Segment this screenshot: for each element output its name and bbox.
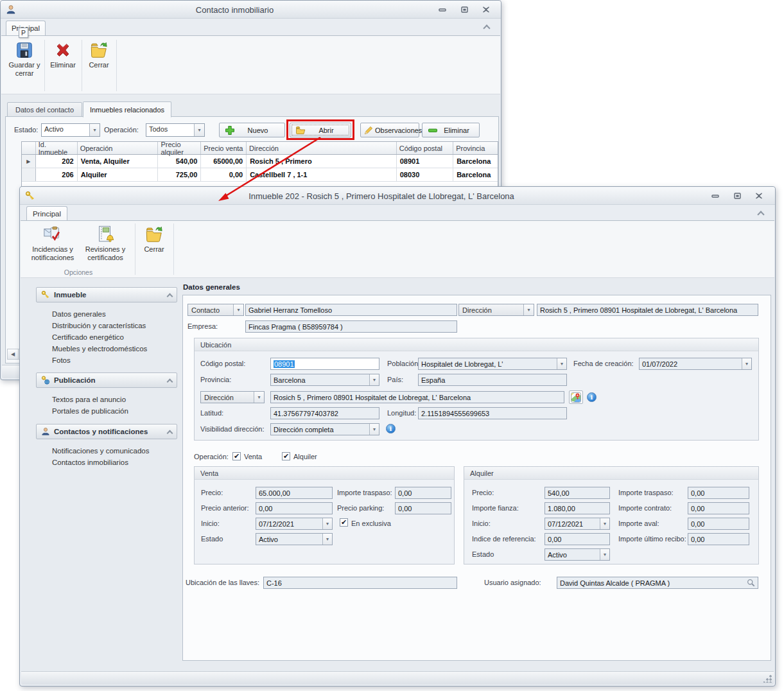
- minimize-icon[interactable]: [708, 191, 722, 200]
- sidebar-item-portales[interactable]: Portales de publicación: [52, 407, 128, 415]
- col-provincia[interactable]: Provincia: [453, 142, 498, 154]
- sidebar-item-contactos-inmobiliarios[interactable]: Contactos inmobiliarios: [52, 459, 128, 466]
- venta-estado-field[interactable]: Activo▾: [256, 533, 333, 545]
- cerrar-button[interactable]: Cerrar: [83, 39, 114, 92]
- venta-inicio-field[interactable]: 07/12/2021▾: [256, 518, 333, 530]
- window2-titlebar[interactable]: Inmueble 202 - Rosich 5 , Primero Hospit…: [20, 187, 775, 205]
- importe-contrato-field[interactable]: 0,00: [688, 502, 749, 514]
- close-icon[interactable]: [479, 5, 493, 14]
- ultimo-recibo-field[interactable]: 0,00: [688, 533, 749, 545]
- observaciones-button[interactable]: Observaciones: [360, 123, 419, 137]
- venta-checkbox[interactable]: ✔: [232, 452, 241, 460]
- sidebar-section-contactos[interactable]: Contactos y notificaciones: [36, 424, 177, 439]
- revisiones-button[interactable]: Revisiones y certificados: [80, 223, 131, 269]
- col-operacion[interactable]: Operación: [78, 142, 159, 154]
- venta-traspaso-field[interactable]: 0,00: [395, 487, 451, 499]
- col-precio-alquiler[interactable]: Precio alquiler: [158, 142, 201, 154]
- sidebar-item-distribucion[interactable]: Distribución y características: [52, 322, 146, 329]
- chevron-down-icon[interactable]: ▾: [89, 124, 100, 136]
- contacto-field[interactable]: Gabriel Herranz Tomelloso: [245, 304, 457, 316]
- latitud-field[interactable]: 41.37567797403782: [270, 407, 379, 419]
- window2-tab-principal[interactable]: Principal: [26, 206, 67, 222]
- chevron-down-icon[interactable]: ▾: [369, 374, 379, 385]
- guardar-y-cerrar-button[interactable]: Guardar y cerrar: [6, 39, 42, 92]
- tab-inmuebles-relacionados[interactable]: Inmuebles relacionados: [83, 101, 171, 118]
- chevron-down-icon[interactable]: ▾: [523, 304, 534, 315]
- close-icon[interactable]: [752, 191, 766, 200]
- precio-anterior-field[interactable]: 0,00: [256, 502, 333, 514]
- sidebar-item-muebles[interactable]: Muebles y electrodomésticos: [52, 345, 147, 353]
- window1-titlebar[interactable]: Contacto inmobiliario: [1, 1, 501, 19]
- alquiler-estado-field[interactable]: Activo▾: [544, 548, 610, 561]
- usuario-field[interactable]: David Quintas Alcalde ( PRAGMA ): [557, 577, 758, 589]
- direccion-field-top[interactable]: Rosich 5 , Primero 08901 Hospitalet de L…: [537, 304, 758, 316]
- chevron-down-icon[interactable]: ▾: [557, 358, 566, 369]
- llaves-field[interactable]: C-16: [263, 577, 457, 589]
- codigo-postal-field[interactable]: 08901: [270, 358, 379, 370]
- cerrar-inmueble-button[interactable]: Cerrar: [137, 223, 171, 269]
- operacion-dropdown[interactable]: Todos ▾: [146, 123, 205, 137]
- sidebar-section-publicacion[interactable]: Publicación: [36, 372, 177, 388]
- precio-parking-field[interactable]: 0,00: [395, 502, 451, 514]
- sidebar-item-notificaciones[interactable]: Notificaciones y comunicados: [52, 447, 150, 455]
- chevron-down-icon[interactable]: ▾: [369, 424, 379, 435]
- abrir-button[interactable]: Abrir: [290, 123, 351, 137]
- visibilidad-field[interactable]: Dirección completa▾: [270, 423, 379, 435]
- direccion-selector-top[interactable]: Dirección ▾: [458, 304, 534, 316]
- sidebar-item-fotos[interactable]: Fotos: [52, 356, 71, 364]
- scroll-left-icon[interactable]: ◀: [8, 349, 19, 359]
- alquiler-checkbox[interactable]: ✔: [282, 452, 290, 460]
- fecha-creacion-field[interactable]: 01/07/2022▾: [639, 358, 752, 370]
- alquiler-inicio-field[interactable]: 07/12/2021▾: [544, 518, 610, 530]
- chevron-down-icon[interactable]: ▾: [600, 549, 609, 560]
- en-exclusiva-checkbox[interactable]: ✔: [340, 518, 348, 527]
- ribbon-collapse-chevron-icon[interactable]: [483, 24, 490, 31]
- col-codigo-postal[interactable]: Código postal: [397, 142, 453, 154]
- chevron-down-icon[interactable]: ▾: [233, 304, 243, 315]
- lookup-button[interactable]: [747, 579, 755, 587]
- tab-datos-del-contacto[interactable]: Datos del contacto: [7, 102, 82, 117]
- info-icon[interactable]: i: [386, 424, 396, 433]
- minimize-icon[interactable]: [435, 5, 449, 14]
- eliminar-button[interactable]: Eliminar: [46, 39, 80, 92]
- indice-referencia-field[interactable]: 0,00: [544, 533, 610, 545]
- alquiler-precio-field[interactable]: 540,00: [544, 487, 610, 499]
- empresa-field[interactable]: Fincas Pragma ( B58959784 ): [245, 320, 457, 333]
- direccion-selector[interactable]: Dirección ▾: [200, 391, 265, 403]
- sidebar-item-textos-anuncio[interactable]: Textos para el anuncio: [52, 396, 126, 403]
- chevron-down-icon[interactable]: ▾: [322, 518, 332, 529]
- sidebar-section-inmueble[interactable]: Inmueble: [36, 287, 177, 302]
- poblacion-field[interactable]: Hospitalet de Llobregat, L'▾: [418, 358, 567, 370]
- collapse-chevron-icon[interactable]: [167, 430, 173, 436]
- pais-field[interactable]: España: [418, 374, 567, 386]
- chevron-down-icon[interactable]: ▾: [600, 518, 609, 529]
- collapse-chevron-icon[interactable]: [167, 378, 173, 385]
- direccion-field[interactable]: Rosich 5 , Primero 08901 Hospitalet de L…: [270, 391, 564, 403]
- sidebar-item-certificado[interactable]: Certificado energético: [52, 333, 124, 341]
- chevron-down-icon[interactable]: ▾: [254, 392, 264, 403]
- venta-precio-field[interactable]: 65.000,00: [256, 487, 333, 499]
- table-row[interactable]: 206 Alquiler 725,00 0,00 Castellbell 7 ,…: [22, 168, 498, 182]
- collapse-chevron-icon[interactable]: [167, 293, 173, 299]
- nuevo-button[interactable]: Nuevo: [219, 123, 285, 137]
- sidebar-item-datos-generales[interactable]: Datos generales: [52, 310, 106, 318]
- maps-button[interactable]: [569, 390, 583, 404]
- importe-aval-field[interactable]: 0,00: [688, 518, 749, 530]
- col-id-inmueble[interactable]: Id. Inmueble: [36, 142, 78, 154]
- chevron-down-icon[interactable]: ▾: [194, 124, 204, 136]
- resize-grip[interactable]: [763, 674, 772, 683]
- eliminar-row-button[interactable]: Eliminar: [422, 123, 480, 137]
- ribbon-collapse-chevron-icon[interactable]: [757, 211, 764, 218]
- alquiler-traspaso-field[interactable]: 0,00: [688, 487, 749, 499]
- col-precio-venta[interactable]: Precio venta: [201, 142, 247, 154]
- info-icon[interactable]: i: [587, 392, 597, 402]
- importe-fianza-field[interactable]: 1.080,00: [544, 502, 610, 514]
- chevron-down-icon[interactable]: ▾: [322, 534, 332, 545]
- chevron-down-icon[interactable]: ▾: [742, 358, 751, 369]
- estado-dropdown[interactable]: Activo ▾: [41, 123, 100, 137]
- table-row[interactable]: ▶ 202 Venta, Alquiler 540,00 65000,00 Ro…: [22, 155, 498, 168]
- contacto-selector[interactable]: Contacto ▾: [187, 304, 244, 316]
- maximize-icon[interactable]: [457, 5, 471, 14]
- provincia-field[interactable]: Barcelona▾: [270, 374, 379, 386]
- incidencias-button[interactable]: Incidencias y notificaciones: [27, 223, 78, 269]
